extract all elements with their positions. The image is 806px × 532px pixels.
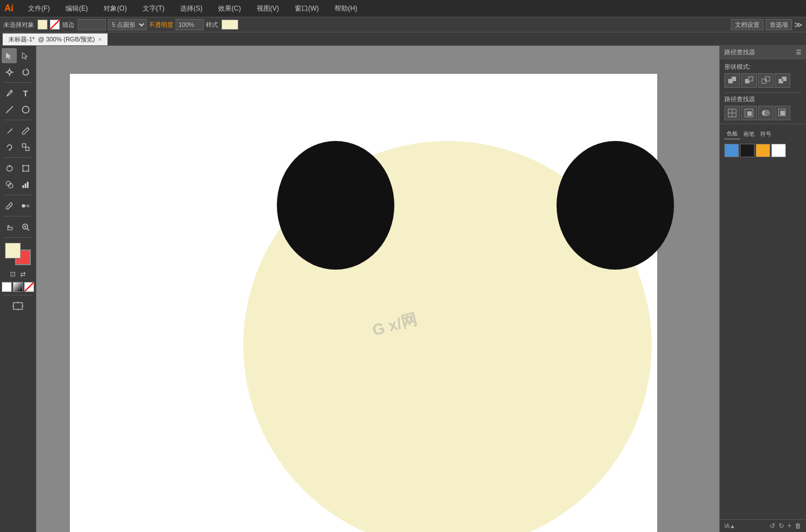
svg-rect-22	[27, 182, 29, 188]
shape-modes-label: 形状模式:	[724, 63, 802, 71]
eye-right-circle	[557, 141, 674, 270]
swatches-tab[interactable]: 色板	[724, 129, 740, 139]
type-tool[interactable]: T	[18, 86, 33, 101]
document-tab[interactable]: 未标题-1* @ 300% (RGB/预览) ×	[2, 33, 108, 45]
toolbar-divider-2	[4, 120, 32, 120]
free-transform-tool[interactable]	[18, 161, 33, 176]
svg-point-24	[22, 204, 25, 208]
left-toolbar: T	[0, 46, 36, 532]
shape-select[interactable]: 5 点圆形	[108, 19, 147, 30]
doc-setup-btn[interactable]: 文档设置	[731, 19, 763, 30]
scale-tool[interactable]	[18, 139, 33, 154]
panel-delete-btn[interactable]: 🗑	[795, 522, 802, 530]
normal-mode-btn[interactable]	[2, 282, 12, 292]
svg-rect-15	[28, 165, 29, 166]
hand-tool[interactable]	[2, 219, 17, 234]
stroke-value-input[interactable]	[78, 19, 106, 30]
fill-swatch-opts[interactable]	[37, 20, 48, 30]
selection-tool[interactable]	[2, 48, 17, 63]
opacity-label: 不透明度	[149, 21, 173, 29]
svg-rect-16	[22, 171, 23, 172]
menu-file[interactable]: 文件(F)	[25, 3, 53, 15]
panel-revert-btn[interactable]: ↺	[770, 522, 775, 530]
swap-colors-btn[interactable]: ⇄	[18, 270, 27, 279]
default-colors-btn[interactable]: ⊡	[8, 270, 17, 279]
none-mode-btn[interactable]	[24, 282, 34, 292]
fill-color-swatch[interactable]	[5, 243, 21, 258]
pathfinder-title: 路径查找器	[724, 48, 755, 57]
symbols-tab[interactable]: 符号	[758, 129, 774, 139]
panel-bottom-bar: IA▲ ↺ ↻ + 🗑	[720, 519, 806, 532]
blend-tool[interactable]	[18, 198, 33, 213]
svg-rect-50	[747, 111, 752, 116]
puppet-warp-tool[interactable]	[2, 161, 17, 176]
gradient-mode-btn[interactable]	[13, 282, 23, 292]
tab-title: 未标题-1*	[8, 35, 35, 44]
shape-builder-tool[interactable]	[2, 177, 17, 192]
unite-btn[interactable]	[724, 73, 740, 88]
canvas-area[interactable]: G x/网	[36, 46, 719, 532]
swatch-blue[interactable]	[724, 144, 739, 157]
menu-object[interactable]: 对象(O)	[100, 3, 130, 15]
panel-add-btn[interactable]: +	[788, 522, 791, 530]
pencil-tool[interactable]	[18, 123, 33, 138]
svg-rect-37	[732, 77, 736, 81]
tab-close-btn[interactable]: ×	[98, 36, 102, 43]
svg-rect-31	[13, 303, 22, 309]
line-tool[interactable]	[2, 102, 17, 117]
menu-select[interactable]: 选择(S)	[177, 3, 206, 15]
panel-menu-btn[interactable]: ☰	[796, 49, 802, 56]
svg-rect-45	[782, 79, 783, 81]
panel-forward-btn[interactable]: ↻	[779, 522, 784, 530]
opacity-input[interactable]	[176, 19, 204, 30]
pen-tool[interactable]	[2, 86, 17, 101]
stroke-swatch-opts[interactable]	[50, 20, 60, 30]
color-tab-row: 色板 画笔 符号	[720, 126, 806, 139]
menu-effect[interactable]: 效果(C)	[215, 3, 244, 15]
swatch-black[interactable]	[740, 144, 755, 157]
swatch-orange[interactable]	[756, 144, 770, 157]
exclude-btn[interactable]	[775, 73, 790, 88]
svg-line-28	[27, 228, 29, 230]
brushes-tab[interactable]: 画笔	[741, 129, 757, 139]
main-area: T	[0, 46, 806, 532]
options-bar: 未选择对象 描边 5 点圆形 不透明度 样式 文档设置 首选项 ≫	[0, 17, 806, 32]
svg-point-25	[27, 205, 29, 207]
zoom-tool[interactable]	[18, 219, 33, 234]
prefs-btn[interactable]: 首选项	[766, 19, 792, 30]
pathfinder-content: 形状模式: 路径查找器	[720, 59, 806, 124]
crop-btn[interactable]	[775, 106, 790, 120]
lasso-tool[interactable]	[18, 64, 33, 79]
menu-window[interactable]: 窗口(W)	[291, 3, 322, 15]
swatch-white[interactable]	[771, 144, 786, 157]
pathfinder-buttons	[724, 106, 802, 120]
stroke-label: 描边	[62, 21, 74, 29]
svg-rect-14	[22, 165, 23, 166]
artboard-tool[interactable]	[3, 298, 33, 313]
menu-type[interactable]: 文字(T)	[139, 3, 168, 15]
chart-tool[interactable]	[18, 177, 33, 192]
trim-btn[interactable]	[741, 106, 757, 120]
direct-select-tool[interactable]	[18, 48, 33, 63]
menu-view[interactable]: 视图(V)	[253, 3, 282, 15]
style-swatch[interactable]	[221, 20, 238, 30]
extras-btn[interactable]: ≫	[794, 20, 803, 29]
intersect-btn[interactable]	[758, 73, 774, 88]
swatches-grid	[720, 142, 806, 159]
artboard: G x/网	[70, 74, 657, 532]
pathfinder-section-label: 路径查找器	[724, 95, 802, 103]
eyedropper-tool[interactable]	[2, 198, 17, 213]
menu-edit[interactable]: 编辑(E)	[62, 3, 91, 15]
menu-help[interactable]: 帮助(H)	[331, 3, 361, 15]
panel-bottom-label: IA▲	[724, 523, 735, 529]
rotate-tool[interactable]	[2, 139, 17, 154]
svg-rect-20	[22, 185, 24, 188]
tab-bar: 未标题-1* @ 300% (RGB/预览) ×	[0, 32, 806, 46]
merge-btn[interactable]	[758, 106, 774, 120]
ellipse-tool[interactable]	[18, 102, 33, 117]
paintbrush-tool[interactable]	[2, 123, 17, 138]
minus-front-btn[interactable]	[741, 73, 757, 88]
no-selection-label: 未选择对象	[3, 21, 34, 29]
divide-btn[interactable]	[724, 106, 740, 120]
magic-wand-tool[interactable]	[2, 64, 17, 79]
